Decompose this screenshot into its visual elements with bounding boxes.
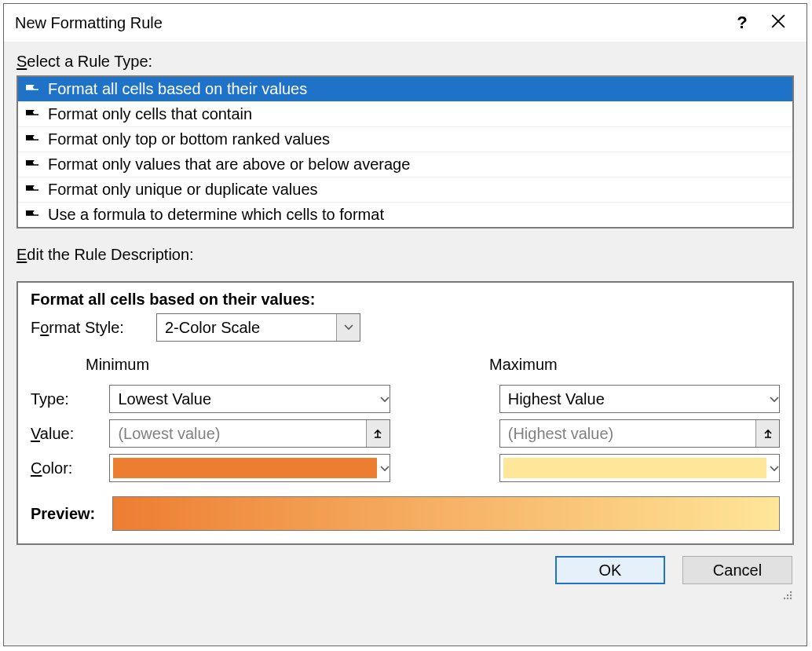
close-button[interactable] [759, 14, 797, 31]
flag-icon [26, 85, 40, 94]
preview-label: Preview: [31, 505, 112, 523]
preview-bar [112, 496, 780, 531]
rule-type-item-formula[interactable]: Use a formula to determine which cells t… [18, 203, 792, 227]
titlebar: New Formatting Rule ? [4, 4, 807, 42]
rule-type-item-label: Format all cells based on their values [48, 80, 307, 98]
rule-description-heading: Format all cells based on their values: [31, 291, 780, 309]
window-title: New Formatting Rule [15, 14, 725, 32]
collapse-dialog-icon [372, 428, 383, 439]
resize-grip[interactable] [780, 587, 792, 603]
min-color-combo[interactable] [109, 454, 390, 482]
value-row: Value: (Lowest value) (Highest value) [31, 419, 780, 448]
chevron-down-icon [380, 392, 390, 406]
rule-type-item-label: Use a formula to determine which cells t… [48, 206, 384, 224]
type-row: Type: Lowest Value Highest Value [31, 385, 780, 413]
svg-point-5 [790, 598, 792, 599]
max-value-input[interactable]: (Highest value) [499, 419, 780, 448]
flag-icon [26, 135, 40, 144]
rule-type-list[interactable]: Format all cells based on their values F… [16, 75, 794, 229]
format-style-label: Format Style: [31, 319, 156, 337]
ok-button[interactable]: OK [555, 556, 665, 584]
edit-rule-description-label: Edit the Rule Description: [16, 246, 794, 264]
preview-row: Preview: [31, 496, 780, 531]
color-label: Color: [31, 459, 109, 477]
resize-grip-icon [780, 587, 792, 600]
flag-icon [26, 160, 40, 170]
collapse-dialog-icon [763, 428, 774, 439]
dialog-new-formatting-rule: New Formatting Rule ? Select a Rule Type… [3, 3, 807, 646]
type-label: Type: [31, 390, 109, 408]
rule-type-item-label: Format only unique or duplicate values [48, 181, 318, 199]
max-type-combo[interactable]: Highest Value [499, 385, 780, 413]
button-row: OK Cancel [16, 545, 794, 586]
format-style-row: Format Style: 2-Color Scale [31, 313, 780, 342]
maximum-header: Maximum [489, 356, 780, 374]
max-color-combo[interactable] [499, 454, 780, 482]
flag-icon [26, 185, 40, 195]
svg-point-1 [787, 594, 788, 596]
rule-type-item-average[interactable]: Format only values that are above or bel… [18, 152, 792, 177]
minmax-grid: Minimum Maximum [31, 356, 780, 379]
chevron-down-icon [770, 461, 779, 475]
value-label: Value: [31, 425, 109, 443]
chevron-down-icon [380, 461, 390, 475]
min-type-combo[interactable]: Lowest Value [109, 385, 390, 413]
min-color-swatch [113, 458, 376, 478]
rule-type-item-contain[interactable]: Format only cells that contain [18, 102, 792, 127]
close-icon [771, 14, 785, 28]
svg-point-4 [787, 598, 788, 599]
format-style-combo[interactable]: 2-Color Scale [156, 313, 360, 342]
svg-point-0 [790, 591, 792, 593]
rule-type-item-label: Format only top or bottom ranked values [48, 130, 330, 148]
rule-type-item-ranked[interactable]: Format only top or bottom ranked values [18, 127, 792, 152]
max-color-swatch [503, 458, 766, 478]
max-type-value: Highest Value [500, 390, 770, 408]
flag-icon [26, 110, 40, 119]
rule-description-panel: Format all cells based on their values: … [16, 281, 794, 545]
chevron-down-icon [336, 314, 360, 341]
svg-point-2 [790, 594, 792, 596]
help-button[interactable]: ? [725, 13, 759, 33]
max-value-placeholder: (Highest value) [500, 425, 755, 443]
refedit-button[interactable] [366, 420, 390, 447]
chevron-down-icon [770, 392, 779, 406]
svg-point-3 [784, 598, 785, 599]
min-value-input[interactable]: (Lowest value) [109, 419, 390, 448]
select-rule-type-label: Select a Rule Type: [16, 53, 794, 71]
rule-type-item-label: Format only cells that contain [48, 105, 252, 123]
minimum-header: Minimum [86, 356, 376, 374]
rule-type-item-label: Format only values that are above or bel… [48, 155, 410, 174]
refedit-button[interactable] [755, 420, 779, 447]
rule-type-item-unique[interactable]: Format only unique or duplicate values [18, 177, 792, 203]
min-type-value: Lowest Value [110, 390, 379, 408]
rule-type-item-values[interactable]: Format all cells based on their values [18, 77, 792, 102]
min-value-placeholder: (Lowest value) [110, 425, 365, 443]
flag-icon [26, 210, 40, 220]
dialog-body: Select a Rule Type: Format all cells bas… [4, 42, 807, 646]
color-row: Color: [31, 454, 780, 482]
cancel-button[interactable]: Cancel [682, 556, 792, 584]
format-style-value: 2-Color Scale [157, 319, 336, 337]
